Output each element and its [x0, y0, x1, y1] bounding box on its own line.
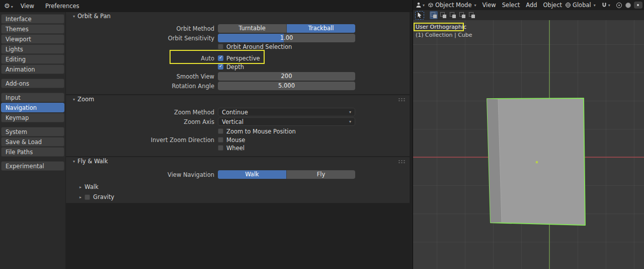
- viewport-overlay-text: User Orthographic (1) Collection | Cube: [416, 23, 472, 39]
- editor-type-button[interactable]: ⚙▾: [4, 3, 13, 10]
- panel-fly-walk: ▾ Fly & Walk View Navigation Walk Fly ▸: [66, 157, 410, 203]
- auto-label: Auto: [66, 55, 214, 62]
- mode-dropdown[interactable]: Object Mode ▾: [428, 2, 476, 9]
- viewport-3d: ▾ Object Mode ▾ View Select Add Object: [413, 0, 644, 269]
- sidebar-item-system[interactable]: System: [1, 127, 64, 137]
- view-navigation-option-walk[interactable]: Walk: [218, 170, 286, 179]
- viewport-menu-object[interactable]: Object: [540, 2, 565, 9]
- zoom-method-value: Continue: [222, 109, 349, 116]
- viewport-menu-view[interactable]: View: [479, 2, 499, 9]
- view-name-text: User Orthographic: [416, 23, 472, 31]
- viewport-canvas[interactable]: User Orthographic (1) Collection | Cube: [413, 20, 644, 269]
- orbit-sensitivity-slider[interactable]: 1.00: [218, 34, 355, 42]
- rotation-angle-field[interactable]: 5.000: [218, 82, 355, 90]
- gravity-subpanel-header[interactable]: ▸ Gravity: [79, 193, 410, 200]
- zoom-axis-dropdown[interactable]: Vertical ▾: [218, 117, 355, 126]
- smooth-view-field[interactable]: 200: [218, 72, 355, 81]
- sidebar-item-themes[interactable]: Themes: [1, 24, 64, 34]
- snap-toggle[interactable]: ▾: [601, 2, 610, 8]
- select-mode-set-icon[interactable]: [430, 11, 438, 19]
- sidebar-item-editing[interactable]: Editing: [1, 54, 64, 64]
- panel-zoom: ▾ Zoom Zoom Method Continue ▾ Zoom Axis: [66, 95, 410, 156]
- auto-perspective-row: Auto Perspective: [66, 55, 410, 61]
- invert-zoom-mouse-checkbox[interactable]: [218, 137, 223, 143]
- select-mode-subtract-icon[interactable]: [449, 11, 457, 19]
- panel-fly-walk-header[interactable]: ▾ Fly & Walk: [66, 157, 410, 165]
- transform-orientation-dropdown[interactable]: Global ▾: [565, 2, 596, 9]
- viewport-menu-add[interactable]: Add: [523, 2, 540, 9]
- panel-orbit-pan-body: Orbit Method Turntable Trackball Orbit S…: [66, 20, 410, 94]
- invert-zoom-direction-label: Invert Zoom Direction: [66, 137, 214, 144]
- sidebar-group-gap: [1, 123, 64, 127]
- sidebar-item-addons[interactable]: Add-ons: [1, 79, 64, 88]
- zoom-to-mouse-label: Zoom to Mouse Position: [226, 128, 296, 135]
- viewport-menu-select[interactable]: Select: [499, 2, 523, 9]
- viewport-header-controls: Global ▾ ▾: [565, 2, 644, 9]
- menu-preferences[interactable]: Preferences: [42, 3, 83, 10]
- sidebar-group-gap: [1, 157, 64, 161]
- chevron-right-icon: ▸: [79, 185, 82, 189]
- select-mode-extend-icon[interactable]: [439, 11, 447, 19]
- zoom-method-dropdown[interactable]: Continue ▾: [218, 108, 355, 116]
- auto-depth-checkbox[interactable]: [218, 64, 223, 70]
- orbit-around-selection-row: Orbit Around Selection: [218, 43, 410, 50]
- shading-sphere-icon[interactable]: [625, 2, 631, 9]
- preferences-window: ⚙▾ View Preferences Interface Themes Vie…: [0, 0, 413, 269]
- viewport-editor-icon: [416, 2, 422, 8]
- sidebar-item-animation[interactable]: Animation: [1, 64, 64, 74]
- panel-fly-walk-body: View Navigation Walk Fly ▸ Walk ▸ Gravit…: [66, 165, 410, 203]
- sidebar-item-experimental[interactable]: Experimental: [1, 161, 64, 171]
- cube-object[interactable]: [487, 98, 585, 225]
- gravity-label: Gravity: [93, 193, 114, 200]
- sidebar-item-navigation[interactable]: Navigation: [1, 103, 64, 112]
- auto-perspective-label: Perspective: [226, 55, 260, 62]
- orbit-around-selection-label: Orbit Around Selection: [226, 43, 292, 50]
- panel-title: Fly & Walk: [77, 158, 108, 165]
- select-mode-invert-icon[interactable]: [458, 11, 466, 19]
- orientation-label: Global: [573, 2, 591, 9]
- gear-icon: ⚙: [4, 2, 10, 10]
- panel-drag-handle-icon[interactable]: [398, 98, 405, 101]
- sidebar-item-viewport[interactable]: Viewport: [1, 34, 64, 44]
- viewport-toggle-button[interactable]: [634, 2, 642, 9]
- sidebar-item-file-paths[interactable]: File Paths: [1, 147, 64, 157]
- orbit-method-row: Orbit Method Turntable Trackball: [66, 24, 410, 33]
- walk-subpanel-header[interactable]: ▸ Walk: [79, 183, 410, 190]
- sidebar-item-save-load[interactable]: Save & Load: [1, 137, 64, 147]
- auto-perspective-checkbox[interactable]: [218, 55, 223, 61]
- chevron-down-icon: ▾: [349, 119, 351, 124]
- zoom-to-mouse-checkbox[interactable]: [218, 128, 223, 134]
- zoom-to-mouse-row: Zoom to Mouse Position: [218, 128, 410, 134]
- sidebar-group-gap: [1, 75, 64, 79]
- gravity-checkbox[interactable]: [85, 194, 90, 200]
- sidebar-item-interface[interactable]: Interface: [1, 14, 64, 24]
- rotation-angle-label: Rotation Angle: [66, 83, 214, 90]
- panel-drag-handle-icon[interactable]: [398, 160, 405, 163]
- editor-type-button[interactable]: ▾: [416, 2, 425, 8]
- sidebar-item-lights[interactable]: Lights: [1, 44, 64, 54]
- sidebar-item-keymap[interactable]: Keymap: [1, 113, 64, 122]
- orbit-method-option-turntable[interactable]: Turntable: [218, 24, 286, 33]
- sidebar-item-input[interactable]: Input: [1, 93, 64, 102]
- sidebar-group-gap: [1, 89, 64, 93]
- chevron-down-icon: ▾: [73, 14, 75, 19]
- blender-app: ⚙▾ View Preferences Interface Themes Vie…: [0, 0, 644, 269]
- panel-title: Zoom: [77, 96, 94, 103]
- select-mode-intersect-icon[interactable]: [468, 11, 476, 19]
- menu-view[interactable]: View: [17, 3, 38, 10]
- active-tool-select-box-button[interactable]: [415, 11, 424, 20]
- invert-zoom-wheel-label: Wheel: [226, 145, 245, 152]
- invert-zoom-wheel-checkbox[interactable]: [218, 145, 223, 151]
- orbit-around-selection-checkbox[interactable]: [218, 44, 223, 49]
- chevron-down-icon: ▾: [11, 5, 13, 9]
- smooth-view-label: Smooth View: [66, 73, 214, 80]
- orbit-sensitivity-value: 1.00: [280, 34, 293, 41]
- zoom-axis-label: Zoom Axis: [66, 118, 214, 125]
- view-navigation-row: View Navigation Walk Fly: [66, 170, 410, 179]
- panel-orbit-pan-header[interactable]: ▾ Orbit & Pan: [66, 12, 410, 20]
- orbit-method-option-trackball[interactable]: Trackball: [286, 24, 355, 33]
- view-navigation-option-fly[interactable]: Fly: [286, 170, 355, 179]
- rotation-angle-row: Rotation Angle 5.000: [66, 82, 410, 90]
- proportional-editing-icon[interactable]: [616, 2, 622, 9]
- panel-zoom-header[interactable]: ▾ Zoom: [66, 95, 410, 103]
